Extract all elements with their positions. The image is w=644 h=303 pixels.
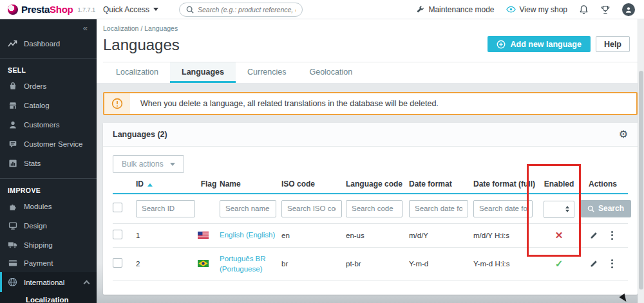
breadcrumb-parent[interactable]: Localization xyxy=(103,24,138,32)
sidebar-customer-service-label: Customer Service xyxy=(24,140,82,148)
search-input[interactable] xyxy=(198,6,296,14)
tab-localization[interactable]: Localization xyxy=(104,62,170,83)
prestashop-logo-icon xyxy=(8,5,18,15)
table-row-english[interactable]: 1 English (English) en en-us m/d/Y m/d/Y… xyxy=(113,224,628,248)
user-avatar[interactable] xyxy=(622,3,635,16)
language-name-link[interactable]: English (English) xyxy=(220,231,275,239)
sidebar-item-shipping[interactable]: Shipping xyxy=(0,235,97,254)
tab-geolocation[interactable]: Geolocation xyxy=(298,62,364,83)
column-header-language-code[interactable]: Language code xyxy=(346,179,409,188)
monitor-icon xyxy=(8,221,17,230)
prestashop-logo[interactable]: PrestaShop 1.7.7.1 xyxy=(0,4,97,15)
search-icon xyxy=(186,6,194,14)
tab-languages[interactable]: Languages xyxy=(170,62,236,83)
languages-table: ID Flag Name ISO code Language code Date… xyxy=(113,179,628,280)
sidebar-item-dashboard[interactable]: Dashboard xyxy=(0,34,97,53)
sidebar-item-stats[interactable]: Stats xyxy=(0,154,97,173)
sidebar-subitem-localization[interactable]: Localization xyxy=(0,292,97,303)
help-button[interactable]: Help xyxy=(596,36,630,52)
sidebar-payment-label: Payment xyxy=(24,259,53,267)
sidebar-item-payment[interactable]: Payment xyxy=(0,254,97,272)
table-header-row: ID Flag Name ISO code Language code Date… xyxy=(113,179,628,194)
edit-pencil-icon[interactable] xyxy=(590,259,598,268)
filter-date-format-input[interactable] xyxy=(409,200,468,217)
warning-message: When you delete a language, all related … xyxy=(130,93,439,114)
sidebar-item-catalog[interactable]: Catalog xyxy=(0,96,97,115)
column-header-date-format-full[interactable]: Date format (full) xyxy=(473,179,538,188)
plus-circle-icon xyxy=(497,40,506,49)
sidebar-modules-label: Modules xyxy=(24,203,52,210)
quick-access-menu[interactable]: Quick Access xyxy=(103,5,158,14)
gear-icon[interactable]: ⚙ xyxy=(619,129,628,140)
panel-header: Languages (2) ⚙ xyxy=(103,123,638,147)
cell-date-format-full: m/d/Y H:i:s xyxy=(473,232,538,239)
puzzle-icon xyxy=(8,202,17,211)
view-my-shop[interactable]: View my shop xyxy=(506,5,567,14)
column-header-flag: Flag xyxy=(198,179,220,188)
filter-enabled-select[interactable] xyxy=(544,201,574,218)
sidebar-section-improve: IMPROVE xyxy=(0,180,97,197)
row-menu-dots-icon[interactable] xyxy=(609,258,616,270)
disabled-cross-icon[interactable]: ✕ xyxy=(555,230,564,241)
sidebar-catalog-label: Catalog xyxy=(24,102,50,109)
warning-alert: When you delete a language, all related … xyxy=(103,92,638,115)
enabled-check-icon[interactable]: ✓ xyxy=(555,258,564,269)
select-arrows-icon xyxy=(565,206,569,212)
filter-id-input[interactable] xyxy=(136,200,195,217)
cell-date-format-full: Y-m-d H:i:s xyxy=(473,260,538,268)
search-icon xyxy=(587,205,594,212)
sidebar-item-orders[interactable]: Orders xyxy=(0,77,97,96)
page-title: Languages xyxy=(103,36,180,54)
trophy-icon[interactable] xyxy=(600,5,611,15)
filter-iso-code-input[interactable] xyxy=(281,200,342,217)
add-language-label: Add new language xyxy=(510,40,581,49)
topbar: PrestaShop 1.7.7.1 Quick Access Maintena… xyxy=(0,0,644,19)
filter-name-input[interactable] xyxy=(220,200,276,217)
tab-currencies[interactable]: Currencies xyxy=(236,62,298,83)
column-header-name[interactable]: Name xyxy=(220,179,281,188)
select-all-checkbox[interactable] xyxy=(113,203,122,212)
chevron-down-icon xyxy=(170,163,175,166)
warning-icon-box xyxy=(104,93,130,114)
sidebar-item-design[interactable]: Design xyxy=(0,216,97,235)
bulk-actions-label: Bulk actions xyxy=(122,160,164,169)
brand-name: PrestaShop xyxy=(21,4,73,15)
column-header-iso-code[interactable]: ISO code xyxy=(281,179,346,188)
row-checkbox[interactable] xyxy=(113,258,122,268)
wrench-icon xyxy=(415,5,424,14)
sidebar-item-customer-service[interactable]: Customer Service xyxy=(0,134,97,154)
globe-icon xyxy=(8,277,17,287)
search-button-label: Search xyxy=(598,204,624,213)
bulk-actions-button[interactable]: Bulk actions xyxy=(113,155,184,173)
column-header-date-format[interactable]: Date format xyxy=(409,179,473,188)
scrollbar-thumb[interactable] xyxy=(639,71,643,289)
column-header-id[interactable]: ID xyxy=(136,179,198,188)
sidebar-stats-label: Stats xyxy=(24,160,41,167)
sidebar-item-international[interactable]: International xyxy=(0,272,97,292)
cell-date-format: m/d/Y xyxy=(409,232,473,239)
language-name-link[interactable]: Português BR (Portuguese) xyxy=(220,255,266,273)
vertical-scrollbar[interactable] xyxy=(638,19,644,303)
credit-card-icon xyxy=(8,259,17,267)
cell-date-format: Y-m-d xyxy=(409,260,473,268)
column-header-enabled[interactable]: Enabled xyxy=(538,179,580,188)
row-checkbox[interactable] xyxy=(113,230,122,239)
sidebar-collapse-button[interactable]: « xyxy=(0,19,97,34)
filter-date-format-full-input[interactable] xyxy=(473,200,533,217)
view-shop-label: View my shop xyxy=(520,5,567,14)
table-search-button[interactable]: Search xyxy=(580,200,631,217)
notifications-bell-icon[interactable] xyxy=(579,5,589,15)
sidebar-item-modules[interactable]: Modules xyxy=(0,197,97,216)
sidebar-divider xyxy=(0,178,97,179)
cell-id: 2 xyxy=(136,260,198,268)
filter-language-code-input[interactable] xyxy=(346,200,402,217)
global-search[interactable] xyxy=(179,3,303,17)
sidebar-item-customers[interactable]: Customers xyxy=(0,115,97,134)
edit-pencil-icon[interactable] xyxy=(590,231,598,239)
table-row-portuguese[interactable]: 2 Português BR (Portuguese) br pt-br Y-m… xyxy=(113,248,628,280)
row-menu-dots-icon[interactable] xyxy=(609,230,616,241)
sidebar-international-label: International xyxy=(24,279,64,286)
cell-language-code: en-us xyxy=(346,232,409,239)
add-new-language-button[interactable]: Add new language xyxy=(488,36,590,52)
maintenance-mode[interactable]: Maintenance mode xyxy=(415,5,494,14)
